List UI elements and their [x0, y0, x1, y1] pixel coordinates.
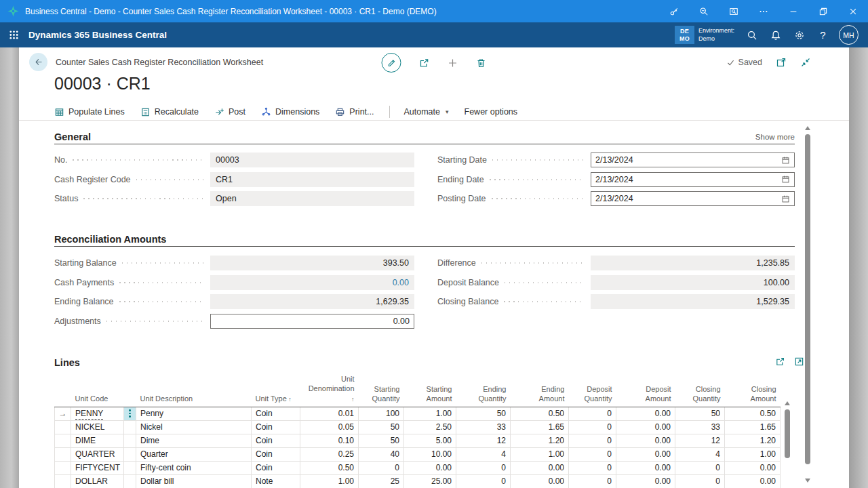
row-selector-cell[interactable] — [55, 420, 71, 434]
column-header-closing-quantity[interactable]: Closing Quantity — [675, 373, 725, 407]
cell-starting-quantity[interactable]: 100 — [359, 407, 404, 420]
starting-date-input[interactable] — [595, 155, 777, 165]
cell-ending-amount[interactable]: 0.00 — [511, 461, 569, 474]
app-launcher-waffle-icon[interactable] — [0, 22, 27, 47]
cell-deposit-quantity[interactable]: 0 — [569, 434, 616, 447]
column-header-ending-quantity[interactable]: Ending Quantity — [456, 373, 511, 407]
settings-gear-icon[interactable] — [787, 22, 811, 47]
cell-starting-quantity[interactable]: 50 — [359, 420, 404, 434]
cell-ending-quantity[interactable]: 4 — [456, 447, 511, 461]
cell-ending-amount[interactable]: 0.00 — [511, 474, 569, 488]
cell-unit-denomination[interactable]: 1.00 — [300, 474, 359, 488]
cell-unit-denomination[interactable]: 0.50 — [300, 461, 359, 474]
cell-unit-type[interactable]: Coin — [252, 461, 300, 474]
starting-date-calendar-button[interactable] — [781, 156, 790, 165]
cell-closing-quantity[interactable]: 12 — [675, 434, 725, 447]
more-button[interactable] — [749, 0, 778, 22]
fewer-options-button[interactable]: Fewer options — [465, 107, 518, 117]
cell-unit-code[interactable]: PENNY — [71, 407, 124, 420]
cell-unit-description[interactable]: Penny — [136, 407, 252, 420]
column-header-unit-denomination[interactable]: Unit Denomination ↑ — [300, 373, 359, 407]
table-scrollbar-thumb[interactable] — [785, 409, 790, 458]
column-header-unit-code[interactable]: Unit Code — [71, 373, 124, 407]
row-selector-cell[interactable]: → — [55, 407, 71, 420]
cell-deposit-amount[interactable]: 0.00 — [616, 420, 675, 434]
cell-closing-quantity[interactable]: 33 — [675, 420, 725, 434]
cell-closing-quantity[interactable]: 0 — [675, 461, 725, 474]
column-header-starting-amount[interactable]: Starting Amount — [404, 373, 456, 407]
posting-date-input[interactable] — [595, 194, 777, 203]
cell-unit-denomination[interactable]: 0.01 — [300, 407, 359, 420]
show-more-link[interactable]: Show more — [755, 133, 795, 141]
close-button[interactable] — [838, 0, 868, 22]
row-selector-cell[interactable] — [55, 434, 71, 447]
cell-unit-type[interactable]: Coin — [252, 420, 300, 434]
search-icon[interactable] — [740, 22, 764, 47]
column-header-closing-amount[interactable]: Closing Amount — [725, 373, 781, 407]
row-selector-cell[interactable] — [55, 447, 71, 461]
cell-closing-amount[interactable]: 0.50 — [725, 407, 781, 420]
cell-starting-quantity[interactable]: 0 — [359, 461, 404, 474]
general-heading[interactable]: General — [54, 131, 91, 142]
cell-closing-amount[interactable]: 1.20 — [725, 434, 781, 447]
column-header-deposit-quantity[interactable]: Deposit Quantity — [569, 373, 616, 407]
cell-ending-amount[interactable]: 1.20 — [511, 434, 569, 447]
cell-unit-code[interactable]: QUARTER — [71, 447, 124, 461]
cell-closing-amount[interactable]: 1.65 — [725, 420, 781, 434]
expand-lines-icon[interactable] — [794, 357, 804, 367]
cell-starting-quantity[interactable]: 25 — [359, 474, 404, 488]
cell-closing-quantity[interactable]: 4 — [675, 447, 725, 461]
zoom-out-button[interactable] — [689, 0, 719, 22]
cell-starting-amount[interactable]: 5.00 — [404, 434, 456, 447]
cash-payments-drilldown-link[interactable]: 0.00 — [393, 278, 409, 287]
toolbar-item-dimensions[interactable]: Dimensions — [261, 107, 319, 117]
cell-unit-type[interactable]: Coin — [252, 407, 300, 420]
row-selector-cell[interactable] — [55, 461, 71, 474]
cell-ending-quantity[interactable]: 12 — [456, 434, 511, 447]
column-header-unit-description[interactable]: Unit Description — [136, 373, 252, 407]
cell-starting-amount[interactable]: 10.00 — [404, 447, 456, 461]
minimize-button[interactable] — [778, 0, 808, 22]
column-header-unit-type[interactable]: Unit Type ↑ — [252, 373, 300, 407]
back-button[interactable] — [29, 53, 47, 71]
row-menu-button[interactable] — [124, 407, 136, 420]
toolbar-item-recalculate[interactable]: Recalculate — [140, 107, 199, 117]
help-icon[interactable]: ? — [811, 22, 835, 47]
cell-deposit-amount[interactable]: 0.00 — [616, 461, 675, 474]
toolbar-item-post[interactable]: Post — [214, 107, 245, 117]
cell-deposit-quantity[interactable]: 0 — [569, 447, 616, 461]
cell-unit-denomination[interactable]: 0.05 — [300, 420, 359, 434]
reconciliation-heading[interactable]: Reconciliation Amounts — [54, 234, 166, 245]
scroll-up-icon[interactable] — [805, 126, 810, 130]
row-selector-cell[interactable] — [55, 474, 71, 488]
cell-deposit-quantity[interactable]: 0 — [569, 420, 616, 434]
cell-closing-quantity[interactable]: 50 — [675, 407, 725, 420]
cell-unit-code[interactable]: DIME — [71, 434, 124, 447]
zoom-window-button[interactable] — [719, 0, 749, 22]
cell-unit-denomination[interactable]: 0.25 — [300, 447, 359, 461]
lines-heading[interactable]: Lines — [54, 357, 80, 368]
cell-unit-type[interactable]: Note — [252, 474, 300, 488]
cell-deposit-amount[interactable]: 0.00 — [616, 407, 675, 420]
cell-unit-code[interactable]: FIFTYCENT — [71, 461, 124, 474]
cell-deposit-quantity[interactable]: 0 — [569, 474, 616, 488]
scroll-down-icon[interactable] — [805, 479, 810, 483]
open-in-new-window-button[interactable] — [776, 57, 787, 68]
cell-unit-description[interactable]: Nickel — [136, 420, 252, 434]
cell-ending-amount[interactable]: 1.65 — [511, 420, 569, 434]
ending-date-input[interactable] — [595, 175, 777, 184]
key-button[interactable] — [659, 0, 689, 22]
new-button[interactable] — [448, 58, 458, 68]
cell-ending-quantity[interactable]: 0 — [456, 461, 511, 474]
cell-ending-quantity[interactable]: 50 — [456, 407, 511, 420]
page-scrollbar-thumb[interactable] — [805, 134, 810, 464]
column-header-ending-amount[interactable]: Ending Amount — [511, 373, 569, 407]
toolbar-item-populate-lines[interactable]: Populate Lines — [54, 107, 125, 117]
scroll-up-icon[interactable] — [785, 401, 790, 405]
breadcrumb[interactable]: Counter Sales Cash Register Reconciliati… — [56, 58, 263, 67]
cell-ending-quantity[interactable]: 0 — [456, 474, 511, 488]
cell-unit-description[interactable]: Dime — [136, 434, 252, 447]
column-header-starting-quantity[interactable]: Starting Quantity — [359, 373, 404, 407]
posting-date-calendar-button[interactable] — [781, 195, 790, 203]
adjustments-input[interactable] — [215, 317, 410, 326]
